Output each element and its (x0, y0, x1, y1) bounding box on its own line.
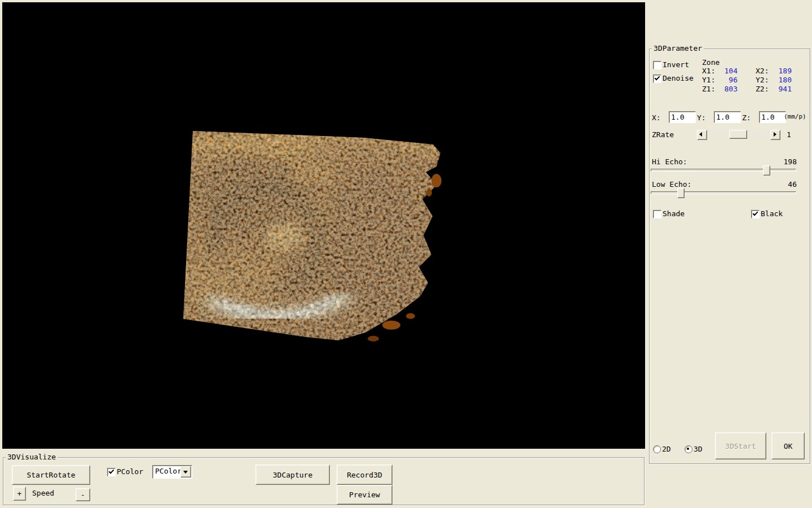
shade-checkbox[interactable] (653, 210, 661, 218)
ultrasound-volume (2, 2, 645, 449)
zone-z2-label: Z2: (756, 85, 769, 93)
z-scale-input[interactable] (759, 111, 786, 123)
zone-x1-value: 104 (717, 67, 738, 75)
mode-2d-radio[interactable] (653, 445, 661, 453)
low-echo-thumb[interactable] (677, 188, 685, 198)
zone-x2-label: X2: (756, 67, 769, 75)
zone-title: Zone (702, 58, 720, 67)
parameter-panel: 3DParameter Invert Denoise Zone X1: 104 … (649, 49, 810, 464)
visualize-panel-title: 3DVisualize (6, 453, 58, 462)
zone-z1-value: 803 (717, 85, 738, 93)
pcolor-checkbox[interactable] (107, 468, 116, 476)
x-scale-label: X: (652, 113, 661, 122)
preview-button[interactable]: Preview (337, 485, 392, 505)
zone-x1-label: X1: (702, 67, 715, 75)
start-rotate-button[interactable]: StartRotate (12, 465, 90, 485)
invert-checkbox[interactable] (653, 61, 661, 69)
app-window: 3DParameter Invert Denoise Zone X1: 104 … (0, 0, 812, 508)
zone-y1-value: 96 (717, 76, 738, 84)
zone-z1-label: Z1: (702, 85, 715, 93)
pcolor-select[interactable]: PColor (152, 465, 192, 479)
mode-2d-label: 2D (662, 445, 671, 453)
low-echo-track (651, 191, 796, 194)
zrate-scroll-right-button[interactable] (770, 130, 780, 140)
scale-unit-label: (mm/p) (784, 112, 806, 121)
hi-echo-value: 198 (776, 157, 797, 166)
hi-echo-label: Hi Echo: (652, 157, 687, 166)
zone-y2-label: Y2: (756, 76, 769, 84)
low-echo-slider[interactable] (651, 188, 796, 197)
speed-minus-button[interactable]: - (76, 488, 90, 501)
visualize-panel: 3DVisualize StartRotate PColor PColor 3D… (3, 457, 645, 505)
x-scale-input[interactable] (669, 111, 696, 123)
chevron-down-icon (183, 471, 188, 474)
denoise-label: Denoise (663, 74, 694, 82)
y-scale-label: Y: (697, 113, 706, 122)
zone-y2-value: 180 (771, 76, 792, 84)
hi-echo-thumb[interactable] (763, 165, 770, 176)
capture-3d-button[interactable]: 3DCapture (255, 465, 330, 485)
zone-z2-value: 941 (771, 85, 792, 93)
zone-x2-value: 189 (771, 67, 792, 75)
zrate-value: 1 (787, 130, 791, 139)
pcolor-label: PColor (117, 467, 143, 476)
zrate-scrollbar[interactable] (697, 130, 780, 139)
zone-y1-label: Y1: (702, 76, 715, 84)
black-checkbox[interactable] (751, 210, 760, 218)
speed-label: Speed (32, 489, 54, 497)
low-echo-value: 46 (776, 180, 797, 189)
y-scale-input[interactable] (714, 111, 741, 123)
z-scale-label: Z: (742, 113, 751, 122)
left-arrow-icon (699, 132, 702, 137)
denoise-checkbox[interactable] (653, 75, 661, 83)
mode-3d-radio[interactable] (685, 445, 692, 453)
zrate-scroll-track[interactable] (707, 130, 770, 139)
black-label: Black (761, 209, 783, 218)
record-3d-button[interactable]: Record3D (337, 465, 392, 485)
pcolor-select-dropdown-button[interactable] (180, 466, 191, 478)
parameter-panel-title: 3DParameter (652, 44, 704, 53)
invert-label: Invert (663, 60, 689, 69)
mode-3d-label: 3D (694, 445, 703, 453)
zrate-label: ZRate (652, 130, 674, 139)
start-3d-button[interactable]: 3DStart (715, 432, 766, 459)
zrate-scroll-left-button[interactable] (697, 130, 707, 140)
ok-button[interactable]: OK (771, 432, 805, 459)
hi-echo-slider[interactable] (651, 165, 796, 174)
right-arrow-icon (774, 132, 776, 137)
hi-echo-track (651, 169, 796, 172)
shade-label: Shade (663, 209, 685, 218)
speed-plus-button[interactable]: + (13, 487, 26, 501)
low-echo-label: Low Echo: (652, 180, 691, 189)
zrate-scroll-thumb[interactable] (729, 130, 747, 139)
pcolor-select-value: PColor (155, 467, 182, 475)
render-viewport[interactable] (2, 2, 645, 449)
